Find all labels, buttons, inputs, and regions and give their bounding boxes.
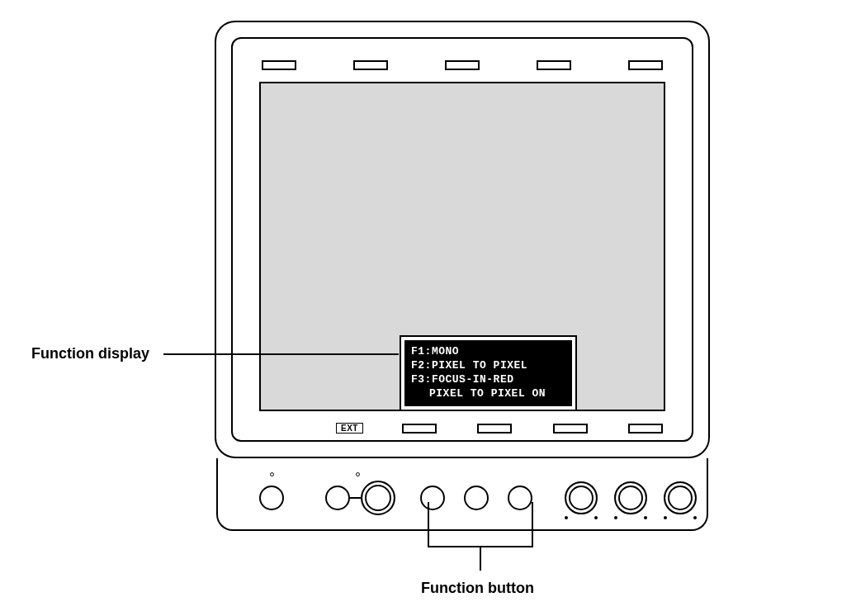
adjust-knob-1[interactable]	[565, 481, 598, 514]
knob-mark	[664, 516, 667, 519]
connector-line	[350, 497, 361, 499]
callout-line	[480, 546, 481, 571]
tally-light	[353, 60, 388, 70]
knob-mark	[614, 516, 617, 519]
led-indicator	[356, 472, 360, 476]
callout-line	[532, 502, 533, 547]
label-function-button: Function button	[421, 580, 534, 597]
callout-line	[163, 353, 399, 355]
tally-light	[537, 60, 571, 70]
function-display-overlay: F1:MONO F2:PIXEL TO PIXEL F3:FOCUS-IN-RE…	[400, 335, 577, 411]
monitor-device: F1:MONO F2:PIXEL TO PIXEL F3:FOCUS-IN-RE…	[215, 21, 710, 531]
osd-line-2: F2:PIXEL TO PIXEL	[411, 359, 565, 373]
tally-light	[553, 424, 588, 434]
control-panel	[216, 458, 708, 531]
ext-badge: EXT	[336, 423, 363, 434]
adjust-knob-3[interactable]	[664, 481, 697, 514]
knob-mark	[594, 516, 598, 519]
osd-line-3: F3:FOCUS-IN-RED	[411, 373, 565, 387]
power-button[interactable]	[259, 486, 284, 510]
knob-mark	[565, 516, 568, 519]
led-indicator	[270, 472, 274, 476]
knob-mark	[693, 516, 697, 519]
knob-mark	[644, 516, 647, 519]
jog-dial[interactable]	[361, 481, 395, 515]
tally-row-bottom	[402, 424, 663, 434]
osd-status-line: PIXEL TO PIXEL ON	[411, 387, 565, 401]
tally-light	[402, 424, 437, 434]
function-button-f2[interactable]	[464, 486, 489, 510]
tally-light	[628, 60, 663, 70]
tally-light	[628, 424, 663, 434]
tally-light	[262, 60, 296, 70]
osd-line-1: F1:MONO	[411, 345, 565, 359]
tally-light	[445, 60, 480, 70]
adjust-knob-2[interactable]	[614, 481, 647, 514]
osd-text-block: F1:MONO F2:PIXEL TO PIXEL F3:FOCUS-IN-RE…	[404, 340, 572, 406]
callout-line	[428, 502, 429, 547]
tally-light	[477, 424, 512, 434]
lcd-screen: F1:MONO F2:PIXEL TO PIXEL F3:FOCUS-IN-RE…	[259, 82, 665, 411]
tally-row-top	[262, 60, 663, 70]
function-button-f1[interactable]	[420, 486, 445, 510]
function-button-f3[interactable]	[508, 486, 532, 510]
menu-button[interactable]	[325, 486, 350, 510]
label-function-display: Function display	[31, 345, 149, 362]
screen-bezel: F1:MONO F2:PIXEL TO PIXEL F3:FOCUS-IN-RE…	[215, 21, 710, 458]
